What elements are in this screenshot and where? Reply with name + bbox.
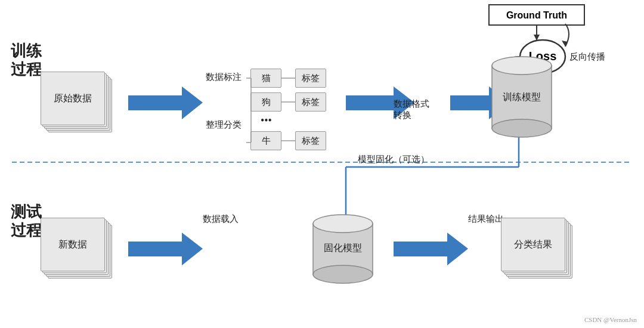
freeze-label: 模型固化（可选） bbox=[358, 154, 429, 165]
svg-marker-14 bbox=[394, 233, 468, 265]
page-1: 原始数据 bbox=[41, 72, 105, 125]
diagram-container: Ground Truth Loss 反向传播 bbox=[0, 0, 644, 328]
svg-text:固化模型: 固化模型 bbox=[324, 243, 362, 253]
cat-tag-box: 标签 bbox=[295, 69, 326, 88]
svg-marker-9 bbox=[534, 35, 540, 41]
dots-label: ••• bbox=[261, 115, 272, 127]
svg-point-29 bbox=[492, 57, 552, 75]
svg-rect-4 bbox=[489, 5, 584, 25]
annotation-label: 数据标注 bbox=[206, 72, 242, 83]
dog-box: 狗 bbox=[250, 92, 281, 112]
format-convert-label: 数据格式 转换 bbox=[394, 86, 429, 122]
cow-box: 牛 bbox=[250, 131, 281, 150]
output-label: 结果输出 bbox=[468, 213, 504, 225]
dog-tag-box: 标签 bbox=[295, 92, 326, 112]
svg-point-33 bbox=[313, 215, 373, 233]
cat-box: 猫 bbox=[250, 69, 281, 88]
sort-label: 整理分类 bbox=[206, 119, 242, 131]
watermark: CSDN @VernonJsn bbox=[584, 316, 637, 323]
frozen-model-cylinder: 固化模型 bbox=[310, 212, 376, 289]
svg-marker-13 bbox=[128, 233, 203, 265]
svg-text:Ground Truth: Ground Truth bbox=[506, 10, 567, 20]
svg-text:反向传播: 反向传播 bbox=[569, 52, 605, 61]
new-page-1: 新数据 bbox=[41, 218, 105, 271]
cow-tag-box: 标签 bbox=[295, 131, 326, 150]
result-page-1: 分类结果 bbox=[501, 218, 565, 271]
training-section-label: 训练 过程 bbox=[11, 42, 42, 79]
load-label: 数据载入 bbox=[203, 213, 239, 225]
svg-marker-12 bbox=[562, 41, 568, 47]
train-model-cylinder: 训练模型 bbox=[489, 54, 555, 143]
testing-section-label: 测试 过程 bbox=[11, 203, 42, 240]
svg-text:训练模型: 训练模型 bbox=[503, 92, 541, 102]
svg-point-32 bbox=[313, 265, 373, 283]
svg-point-28 bbox=[492, 119, 552, 137]
svg-marker-1 bbox=[128, 86, 203, 119]
